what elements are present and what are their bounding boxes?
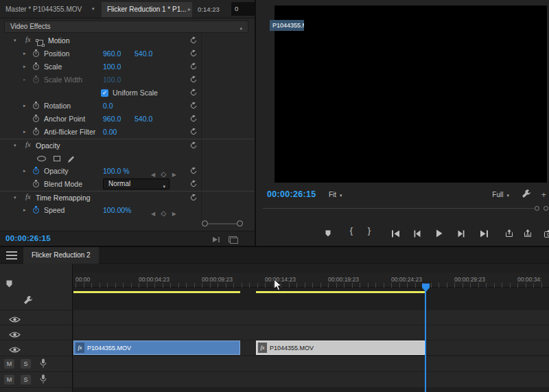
- track-v1-eye-icon[interactable]: [9, 344, 21, 356]
- fx-badge-icon[interactable]: fx: [25, 141, 31, 148]
- expand-chevron-icon[interactable]: ▸: [23, 103, 26, 108]
- scrub-zoom-handle[interactable]: [544, 206, 548, 211]
- scale-value[interactable]: 100.0: [103, 62, 121, 71]
- track-v3-lane[interactable]: [73, 310, 549, 325]
- playhead-timecode[interactable]: 00:00:26:15: [5, 234, 51, 242]
- next-keyframe-icon[interactable]: ▶: [172, 172, 176, 178]
- expand-chevron-icon[interactable]: ▸: [23, 77, 26, 82]
- reset-icon[interactable]: [190, 50, 197, 57]
- add-keyframe-icon[interactable]: ◇: [161, 209, 167, 217]
- lift-button[interactable]: [502, 228, 517, 240]
- stopwatch-icon[interactable]: [33, 129, 39, 135]
- reset-icon[interactable]: [190, 142, 197, 149]
- effect-row-opacity[interactable]: ▾ fx Opacity: [0, 139, 255, 152]
- speed-value[interactable]: 100.00%: [103, 206, 131, 214]
- stopwatch-icon[interactable]: [33, 64, 39, 70]
- settings-wrench-icon[interactable]: [522, 189, 531, 201]
- clip-1[interactable]: fx P1044355.MOV: [73, 341, 240, 355]
- reset-icon[interactable]: [190, 63, 197, 70]
- stopwatch-icon-active[interactable]: [33, 168, 39, 174]
- rotation-value[interactable]: 0.0: [103, 102, 113, 110]
- go-to-out-button[interactable]: [476, 228, 491, 240]
- prev-keyframe-icon[interactable]: ◀: [151, 172, 155, 178]
- step-back-button[interactable]: [410, 228, 425, 240]
- reset-icon[interactable]: [190, 181, 197, 187]
- a2-mute-button[interactable]: M: [4, 375, 14, 384]
- reset-icon[interactable]: [190, 128, 197, 135]
- position-y-value[interactable]: 540.0: [135, 49, 152, 58]
- go-to-in-button[interactable]: [388, 228, 403, 240]
- expand-chevron-icon[interactable]: ▸: [23, 207, 26, 213]
- blend-mode-dropdown[interactable]: Normal ▾: [103, 178, 170, 189]
- track-v2-lane[interactable]: [73, 325, 549, 340]
- anchor-y-value[interactable]: 540.0: [135, 115, 152, 123]
- scroll-up-icon[interactable]: ▴: [240, 23, 242, 34]
- scrub-zoom-handle[interactable]: [535, 206, 539, 211]
- step-forward-button[interactable]: [454, 228, 469, 240]
- tab-sequence[interactable]: Flicker Reduction 2: [23, 247, 99, 264]
- add-marker-button[interactable]: [320, 228, 336, 240]
- timeline-settings-wrench-icon[interactable]: [23, 295, 33, 308]
- a1-solo-button[interactable]: S: [21, 359, 31, 369]
- reset-icon[interactable]: [190, 76, 197, 83]
- expand-chevron-icon[interactable]: ▸: [23, 129, 26, 135]
- rectangle-mask-icon[interactable]: [54, 156, 60, 161]
- stopwatch-icon[interactable]: [33, 181, 39, 187]
- reset-icon[interactable]: [190, 89, 197, 96]
- a1-mute-button[interactable]: M: [4, 359, 14, 369]
- clip-2-selected[interactable]: fx P1044355.MOV: [256, 341, 425, 355]
- a2-solo-button[interactable]: S: [21, 375, 31, 384]
- expand-chevron-icon[interactable]: ▸: [23, 51, 26, 56]
- tab-overflow-icon[interactable]: ▸: [188, 6, 191, 12]
- reset-icon[interactable]: [190, 194, 197, 201]
- ellipse-mask-icon[interactable]: [37, 156, 46, 161]
- reset-icon[interactable]: [190, 168, 197, 174]
- next-keyframe-icon[interactable]: ▶: [172, 211, 176, 217]
- expand-chevron-icon[interactable]: ▸: [23, 168, 26, 174]
- stopwatch-icon[interactable]: [33, 51, 39, 57]
- reset-icon[interactable]: [190, 37, 197, 44]
- mark-out-button[interactable]: }: [362, 225, 377, 235]
- uniform-scale-checkbox[interactable]: ✓: [101, 89, 108, 97]
- fx-badge-icon[interactable]: fx: [25, 193, 31, 200]
- extract-button[interactable]: [520, 228, 535, 240]
- collapse-chevron-icon[interactable]: ▾: [14, 195, 16, 200]
- expand-chevron-icon[interactable]: ▸: [23, 64, 26, 69]
- anchor-x-value[interactable]: 960.0: [103, 115, 121, 123]
- mark-in-button[interactable]: {: [344, 225, 359, 235]
- zoom-handle-left[interactable]: [202, 220, 208, 227]
- track-v3-eye-icon[interactable]: [9, 314, 21, 326]
- play-effect-icon[interactable]: [211, 234, 220, 246]
- add-keyframe-icon[interactable]: ◇: [161, 170, 167, 178]
- tab-flicker-reduction[interactable]: Flicker Reduction 1 * P1...: [102, 2, 192, 17]
- stopwatch-icon[interactable]: [33, 116, 39, 122]
- a2-voiceover-mic-icon[interactable]: [40, 374, 47, 387]
- source-monitor-tab[interactable]: P1044355.MO: [270, 20, 304, 31]
- reset-icon[interactable]: [190, 115, 197, 122]
- play-button[interactable]: [432, 228, 447, 240]
- zoom-handle-right[interactable]: [237, 220, 243, 227]
- monitor-scrub-bar[interactable]: [263, 208, 538, 209]
- panel-menu-icon[interactable]: [6, 251, 17, 260]
- effect-row-time-remapping[interactable]: ▾ fx Time Remapping: [0, 191, 255, 204]
- track-v2-eye-icon[interactable]: [9, 329, 21, 341]
- collapse-chevron-icon[interactable]: ▾: [14, 143, 16, 148]
- track-a1-lane[interactable]: [73, 356, 549, 371]
- tab-master-clip[interactable]: Master * P1044355.MOV: [5, 5, 82, 13]
- fx-badge-icon[interactable]: fx: [25, 36, 31, 43]
- timeline-track-area[interactable]: 00:00 00:00:04:23 00:00:09:23 00:00:14:2…: [73, 264, 549, 392]
- a1-voiceover-mic-icon[interactable]: [40, 358, 47, 371]
- stopwatch-icon[interactable]: [33, 77, 39, 83]
- button-editor-icon[interactable]: +: [541, 189, 546, 200]
- timeline-marker-icon[interactable]: [5, 279, 13, 291]
- monitor-timecode[interactable]: 00:00:26:15: [267, 189, 316, 199]
- chevron-down-icon[interactable]: ▾: [92, 6, 95, 12]
- time-ruler[interactable]: 00:00 00:00:04:23 00:00:09:23 00:00:14:2…: [73, 273, 549, 288]
- prev-keyframe-icon[interactable]: ◀: [151, 211, 155, 217]
- stopwatch-icon[interactable]: [33, 103, 39, 109]
- stopwatch-icon-active[interactable]: [33, 207, 39, 214]
- playback-resolution-dropdown[interactable]: Full▾: [492, 191, 509, 198]
- zoom-fit-dropdown[interactable]: Fit▾: [329, 191, 342, 198]
- effect-row-motion[interactable]: ▾ fx Motion: [0, 34, 255, 47]
- reset-icon[interactable]: [190, 102, 197, 109]
